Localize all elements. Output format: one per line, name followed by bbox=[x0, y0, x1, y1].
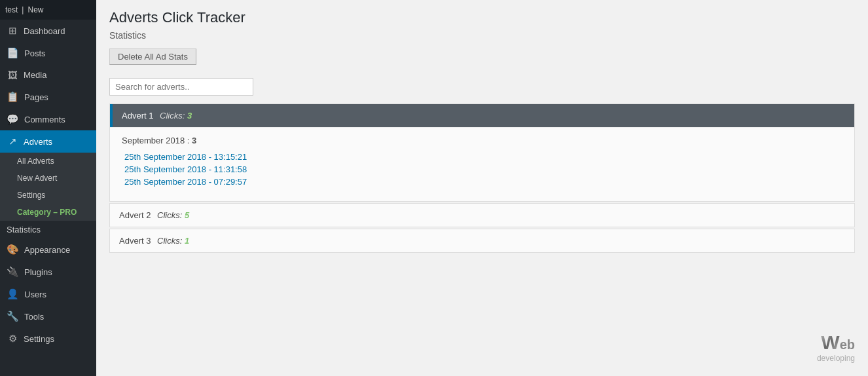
users-label: Users bbox=[24, 290, 46, 299]
sidebar-item-users[interactable]: 👤 Users bbox=[0, 283, 96, 305]
advert-1-body: September 2018 : 3 25th September 2018 -… bbox=[110, 127, 854, 201]
advert-2-clicks-label: Clicks: 5 bbox=[154, 210, 189, 220]
logo-eb: eb bbox=[840, 337, 855, 352]
topbar: test | New bbox=[0, 0, 96, 20]
advert-2-title: Advert 2 bbox=[119, 210, 151, 220]
topbar-new[interactable]: New bbox=[27, 5, 43, 14]
appearance-icon: 🎨 bbox=[7, 244, 19, 255]
sidebar-item-all-adverts[interactable]: All Adverts bbox=[0, 153, 96, 170]
page-header: Adverts Click Tracker Statistics Delete … bbox=[96, 0, 868, 71]
click-timestamp-1: 25th September 2018 - 13:15:21 bbox=[122, 152, 842, 162]
media-icon: 🖼 bbox=[7, 69, 18, 81]
month-label: September 2018 bbox=[122, 136, 185, 145]
sidebar-item-label: Pages bbox=[24, 92, 48, 102]
page-subtitle: Statistics bbox=[109, 30, 855, 41]
advert-3-clicks-num: 1 bbox=[185, 236, 189, 246]
footer-logo: Web developing bbox=[96, 318, 868, 376]
settings-icon: ⚙ bbox=[7, 333, 18, 345]
advert-3-clicks-label: Clicks: 1 bbox=[154, 236, 189, 246]
posts-icon: 📄 bbox=[7, 47, 19, 59]
sidebar-item-settings[interactable]: ⚙ Settings bbox=[0, 328, 96, 350]
click-timestamp-3: 25th September 2018 - 07:29:57 bbox=[122, 177, 842, 187]
appearance-label: Appearance bbox=[24, 245, 70, 255]
sidebar-item-comments[interactable]: 💬 Comments bbox=[0, 108, 96, 130]
users-icon: 👤 bbox=[7, 288, 19, 300]
adverts-icon: ↗ bbox=[7, 136, 18, 147]
sidebar-item-label: Posts bbox=[24, 48, 46, 58]
sidebar-item-pages[interactable]: 📋 Pages bbox=[0, 86, 96, 108]
plugins-icon: 🔌 bbox=[7, 266, 19, 278]
sidebar-item-adverts[interactable]: ↗ Adverts bbox=[0, 130, 96, 153]
sidebar-item-dashboard[interactable]: ⊞ Dashboard bbox=[0, 20, 96, 42]
adverts-submenu: All Adverts New Advert Settings Category… bbox=[0, 153, 96, 221]
sidebar-item-label: Comments bbox=[24, 115, 65, 124]
sidebar-item-statistics[interactable]: Statistics bbox=[0, 221, 96, 238]
sidebar-item-category-pro[interactable]: Category – PRO bbox=[0, 204, 96, 221]
click-timestamp-2: 25th September 2018 - 11:31:58 bbox=[122, 164, 842, 174]
sidebar-item-new-advert[interactable]: New Advert bbox=[0, 170, 96, 187]
sidebar-item-label: Media bbox=[24, 70, 46, 80]
advert-row: Advert 3 Clicks: 1 bbox=[109, 229, 855, 253]
sidebar-item-appearance[interactable]: 🎨 Appearance bbox=[0, 238, 96, 261]
tools-label: Tools bbox=[24, 312, 44, 322]
search-input[interactable] bbox=[109, 78, 253, 96]
tools-icon: 🔧 bbox=[7, 310, 19, 322]
advert-1-header[interactable]: Advert 1 Clicks: 3 bbox=[110, 104, 854, 127]
new-advert-label: New Advert bbox=[17, 174, 57, 183]
advert-row: Advert 1 Clicks: 3 September 2018 : 3 25… bbox=[109, 103, 855, 202]
delete-all-stats-button[interactable]: Delete All Ad Stats bbox=[109, 48, 196, 65]
dashboard-icon: ⊞ bbox=[7, 25, 18, 37]
sidebar-item-label: Dashboard bbox=[24, 26, 65, 36]
advert-2-clicks-num: 5 bbox=[185, 210, 189, 220]
page-title: Adverts Click Tracker bbox=[109, 9, 855, 26]
settings-label: Settings bbox=[24, 334, 54, 344]
sidebar-item-label: Adverts bbox=[24, 137, 52, 147]
sidebar-item-media[interactable]: 🖼 Media bbox=[0, 64, 96, 86]
advert-2-header[interactable]: Advert 2 Clicks: 5 bbox=[110, 204, 854, 227]
plugins-label: Plugins bbox=[24, 267, 52, 277]
all-adverts-label: All Adverts bbox=[17, 157, 54, 166]
logo-w: W bbox=[821, 331, 839, 353]
sidebar: test | New ⊞ Dashboard 📄 Posts 🖼 Media 📋… bbox=[0, 0, 96, 376]
topbar-site[interactable]: test bbox=[5, 5, 18, 14]
sidebar-item-tools[interactable]: 🔧 Tools bbox=[0, 305, 96, 328]
comments-icon: 💬 bbox=[7, 113, 19, 125]
sidebar-item-posts[interactable]: 📄 Posts bbox=[0, 42, 96, 64]
month-row: September 2018 : 3 bbox=[122, 136, 842, 145]
content-area: Advert 1 Clicks: 3 September 2018 : 3 25… bbox=[96, 71, 868, 267]
pages-icon: 📋 bbox=[7, 91, 19, 103]
sidebar-item-advert-settings[interactable]: Settings bbox=[0, 187, 96, 204]
month-count: 3 bbox=[192, 136, 196, 145]
advert-1-clicks-num: 3 bbox=[187, 111, 192, 121]
advert-1-title: Advert 1 bbox=[122, 111, 153, 121]
advert-3-header[interactable]: Advert 3 Clicks: 1 bbox=[110, 229, 854, 252]
main-content: Adverts Click Tracker Statistics Delete … bbox=[96, 0, 868, 376]
advert-1-clicks-label: Clicks: 3 bbox=[157, 111, 192, 121]
month-separator: : bbox=[187, 136, 192, 145]
advert-row: Advert 2 Clicks: 5 bbox=[109, 203, 855, 227]
advert-3-title: Advert 3 bbox=[119, 236, 151, 246]
topbar-separator: | bbox=[22, 5, 24, 14]
logo-sub: developing bbox=[109, 354, 855, 363]
advert-settings-label: Settings bbox=[17, 191, 45, 200]
sidebar-item-plugins[interactable]: 🔌 Plugins bbox=[0, 261, 96, 283]
